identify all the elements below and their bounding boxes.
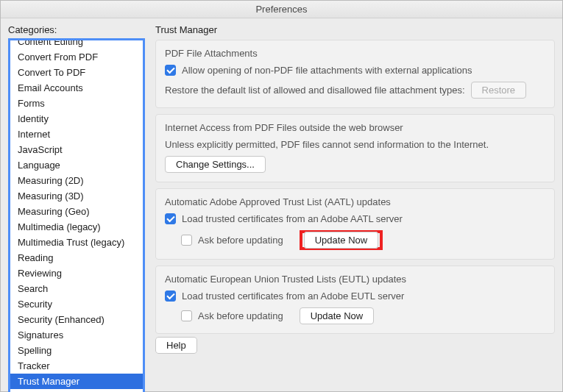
category-item[interactable]: Measuring (2D) [10,173,143,188]
category-item[interactable]: Measuring (3D) [10,188,143,204]
content-area: Categories: Content EditingConvert From … [1,18,562,392]
category-item[interactable]: Search [10,281,143,296]
categories-label: Categories: [8,24,145,35]
category-item[interactable]: Multimedia (legacy) [10,219,143,235]
section-title: Automatic European Union Trusted Lists (… [165,274,545,285]
category-item[interactable]: Email Accounts [10,80,143,96]
eutl-load-label: Load trusted certificates from an Adobe … [182,291,404,302]
allow-open-checkbox[interactable] [165,65,176,76]
category-item[interactable]: Language [10,157,143,173]
restore-button[interactable]: Restore [471,82,527,99]
eutl-update-now-button[interactable]: Update Now [300,307,375,324]
section-aatl: Automatic Adobe Approved Trust List (AAT… [155,188,555,260]
category-item[interactable]: Convert From PDF [10,49,143,65]
internet-text: Unless explicitly permitted, PDF files c… [165,139,489,150]
categories-list[interactable]: Content EditingConvert From PDFConvert T… [8,38,145,392]
section-title: Internet Access from PDF Files outside t… [165,122,545,133]
window-title: Preferences [1,1,562,18]
section-pdf-attachments: PDF File Attachments Allow opening of no… [155,40,555,108]
section-internet-access: Internet Access from PDF Files outside t… [155,114,555,182]
eutl-load-checkbox[interactable] [165,291,176,302]
category-item[interactable]: Reading [10,250,143,266]
help-button[interactable]: Help [155,337,197,354]
change-settings-button[interactable]: Change Settings... [165,156,266,173]
section-eutl: Automatic European Union Trusted Lists (… [155,266,555,334]
aatl-update-now-button[interactable]: Update Now [304,232,379,249]
category-item[interactable]: Trust Manager [10,374,143,389]
category-item[interactable]: Spelling [10,343,143,358]
sections-container: PDF File Attachments Allow opening of no… [155,40,555,392]
highlight-annotation: Update Now [300,230,383,250]
aatl-load-checkbox[interactable] [165,213,176,224]
category-item[interactable]: Units & Guides [10,389,143,392]
main-panel: Trust Manager PDF File Attachments Allow… [155,24,555,392]
eutl-ask-label: Ask before updating [198,310,283,321]
aatl-ask-checkbox[interactable] [181,235,192,246]
category-item[interactable]: Signatures [10,327,143,343]
aatl-ask-label: Ask before updating [198,235,283,246]
category-item[interactable]: Measuring (Geo) [10,204,143,219]
category-item[interactable]: Security (Enhanced) [10,312,143,327]
panel-title: Trust Manager [155,24,555,35]
preferences-window: Preferences Categories: Content EditingC… [0,0,563,392]
category-item[interactable]: JavaScript [10,142,143,157]
category-item[interactable]: Internet [10,126,143,142]
allow-open-label: Allow opening of non-PDF file attachment… [182,65,472,76]
category-item[interactable]: Security [10,296,143,312]
sidebar: Categories: Content EditingConvert From … [8,24,145,392]
category-item[interactable]: Forms [10,96,143,111]
category-item[interactable]: Reviewing [10,266,143,281]
category-item[interactable]: Tracker [10,358,143,374]
category-item[interactable]: Identity [10,111,143,126]
restore-text: Restore the default list of allowed and … [165,85,465,96]
aatl-load-label: Load trusted certificates from an Adobe … [182,213,403,224]
category-item[interactable]: Multimedia Trust (legacy) [10,235,143,250]
section-title: PDF File Attachments [165,48,545,59]
category-item[interactable]: Convert To PDF [10,65,143,80]
eutl-ask-checkbox[interactable] [181,310,192,321]
section-title: Automatic Adobe Approved Trust List (AAT… [165,196,545,207]
category-item[interactable]: Content Editing [10,40,143,49]
